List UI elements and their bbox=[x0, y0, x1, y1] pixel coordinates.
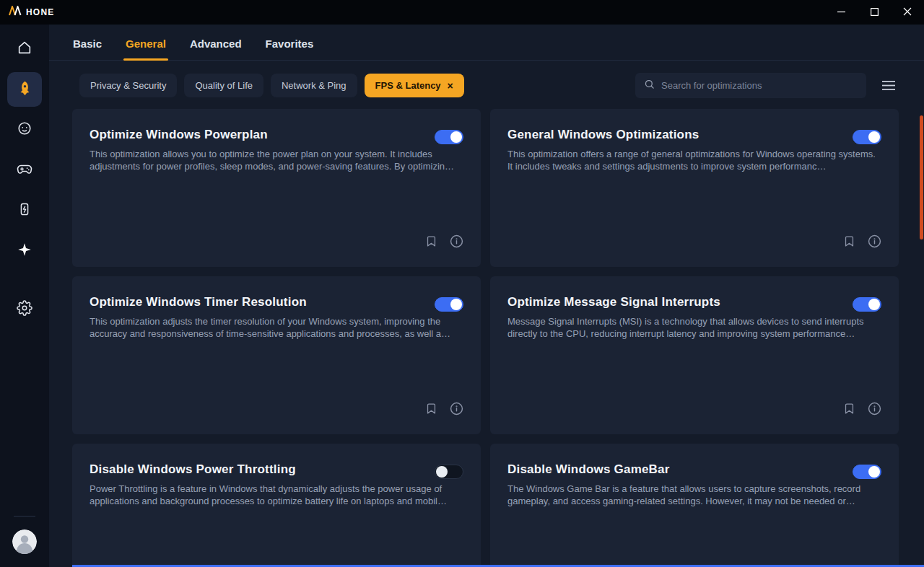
tab-label: Favorites bbox=[266, 38, 314, 50]
optimization-grid: Optimize Windows Powerplan This optimiza… bbox=[72, 109, 924, 567]
toggle-knob bbox=[450, 299, 462, 310]
optimization-card: Optimize Windows Timer Resolution This o… bbox=[72, 276, 481, 434]
card-actions bbox=[843, 402, 881, 416]
bookmark-button[interactable] bbox=[425, 402, 437, 416]
chip-label: FPS & Latency bbox=[375, 80, 441, 91]
minimize-button[interactable] bbox=[824, 0, 858, 25]
card-title: General Windows Optimizations bbox=[507, 128, 881, 142]
mask-icon bbox=[17, 120, 32, 139]
optimization-card: Disable Windows Power Throttling Power T… bbox=[72, 444, 481, 567]
toggle-switch[interactable] bbox=[853, 297, 881, 312]
close-button[interactable] bbox=[891, 0, 924, 25]
close-icon bbox=[903, 6, 912, 19]
bookmark-button[interactable] bbox=[843, 402, 855, 416]
hone-logo-icon bbox=[9, 6, 22, 19]
optimization-card: General Windows Optimizations This optim… bbox=[490, 109, 899, 267]
tab-bar: Basic General Advanced Favorites bbox=[49, 25, 924, 61]
toggle-switch[interactable] bbox=[853, 465, 881, 479]
filter-chip-network-ping[interactable]: Network & Ping bbox=[271, 74, 357, 97]
card-title: Optimize Windows Timer Resolution bbox=[90, 295, 463, 309]
vertical-scrollbar-thumb[interactable] bbox=[920, 115, 923, 239]
main-content: Basic General Advanced Favorites Privacy… bbox=[49, 25, 924, 567]
tab-label: Basic bbox=[73, 38, 102, 50]
tab-general[interactable]: General bbox=[126, 38, 166, 60]
power-battery-icon bbox=[17, 201, 32, 220]
gamepad-icon bbox=[16, 160, 33, 180]
card-description: Message Signal Interrupts (MSI) is a tec… bbox=[507, 316, 881, 340]
filter-chip-privacy-security[interactable]: Privacy & Security bbox=[79, 74, 177, 97]
search-input[interactable] bbox=[661, 80, 858, 91]
toggle-knob bbox=[868, 466, 880, 478]
card-actions bbox=[425, 234, 463, 248]
sidebar-item-games[interactable] bbox=[7, 153, 42, 188]
search-icon bbox=[644, 79, 655, 92]
chip-label: Network & Ping bbox=[282, 80, 346, 91]
sidebar-item-mask[interactable] bbox=[7, 113, 42, 147]
card-title: Optimize Windows Powerplan bbox=[90, 128, 463, 142]
filter-menu-icon bbox=[882, 81, 895, 93]
toggle-knob bbox=[868, 131, 880, 143]
maximize-icon bbox=[871, 6, 879, 19]
tab-advanced[interactable]: Advanced bbox=[190, 38, 242, 60]
toggle-knob bbox=[436, 466, 448, 478]
card-title: Disable Windows Power Throttling bbox=[90, 462, 463, 477]
sidebar bbox=[0, 25, 49, 567]
filter-chip-fps-latency[interactable]: FPS & Latency × bbox=[365, 74, 464, 97]
maximize-button[interactable] bbox=[858, 0, 891, 25]
toggle-switch[interactable] bbox=[435, 297, 463, 312]
chip-label: Privacy & Security bbox=[90, 80, 166, 91]
toggle-switch[interactable] bbox=[853, 130, 881, 144]
search-box bbox=[635, 73, 866, 98]
window-controls bbox=[824, 0, 924, 25]
card-description: This optimization offers a range of gene… bbox=[507, 149, 881, 173]
sparkle-icon bbox=[17, 242, 32, 260]
info-button[interactable] bbox=[450, 234, 463, 248]
filter-chip-quality-of-life[interactable]: Quality of Life bbox=[184, 74, 263, 97]
tab-favorites[interactable]: Favorites bbox=[266, 38, 314, 60]
bookmark-button[interactable] bbox=[425, 234, 437, 248]
bookmark-button[interactable] bbox=[843, 234, 855, 248]
card-actions bbox=[425, 402, 463, 416]
rocket-icon bbox=[17, 80, 33, 100]
card-description: This optimization adjusts the timer reso… bbox=[90, 316, 463, 340]
card-title: Disable Windows GameBar bbox=[507, 462, 881, 477]
app-logo: HONE bbox=[0, 6, 54, 19]
gear-icon bbox=[17, 300, 32, 319]
sidebar-item-optimizations[interactable] bbox=[7, 72, 42, 107]
info-button[interactable] bbox=[868, 234, 881, 248]
card-description: The Windows Game Bar is a feature that a… bbox=[507, 483, 881, 508]
filter-menu-button[interactable] bbox=[882, 80, 895, 94]
chip-label: Quality of Life bbox=[195, 80, 253, 91]
optimization-card: Disable Windows GameBar The Windows Game… bbox=[490, 444, 899, 567]
info-button[interactable] bbox=[868, 402, 881, 416]
app-name: HONE bbox=[26, 7, 54, 17]
optimization-card: Optimize Message Signal Interrupts Messa… bbox=[490, 276, 899, 434]
sidebar-item-power[interactable] bbox=[7, 193, 42, 228]
card-actions bbox=[843, 234, 881, 248]
toggle-knob bbox=[868, 299, 880, 310]
card-description: This optimization allows you to optimize… bbox=[90, 149, 463, 173]
titlebar: HONE bbox=[0, 0, 924, 25]
avatar[interactable] bbox=[12, 529, 37, 554]
minimize-icon bbox=[837, 6, 845, 19]
sidebar-item-settings[interactable] bbox=[7, 292, 42, 327]
sidebar-item-sparkle[interactable] bbox=[7, 234, 42, 268]
optimization-card: Optimize Windows Powerplan This optimiza… bbox=[72, 109, 481, 267]
sidebar-item-home[interactable] bbox=[7, 32, 42, 66]
toggle-knob bbox=[450, 131, 462, 143]
tab-label: General bbox=[126, 38, 166, 50]
toggle-switch[interactable] bbox=[435, 130, 463, 144]
card-title: Optimize Message Signal Interrupts bbox=[507, 295, 881, 309]
toggle-switch[interactable] bbox=[435, 465, 463, 479]
filter-bar: Privacy & Security Quality of Life Netwo… bbox=[79, 73, 924, 98]
tab-label: Advanced bbox=[190, 38, 242, 50]
info-button[interactable] bbox=[450, 402, 463, 416]
home-icon bbox=[17, 40, 32, 58]
tab-basic[interactable]: Basic bbox=[73, 38, 102, 60]
chip-close-icon[interactable]: × bbox=[448, 81, 453, 91]
card-description: Power Throttling is a feature in Windows… bbox=[90, 483, 463, 508]
sidebar-divider bbox=[14, 516, 35, 517]
